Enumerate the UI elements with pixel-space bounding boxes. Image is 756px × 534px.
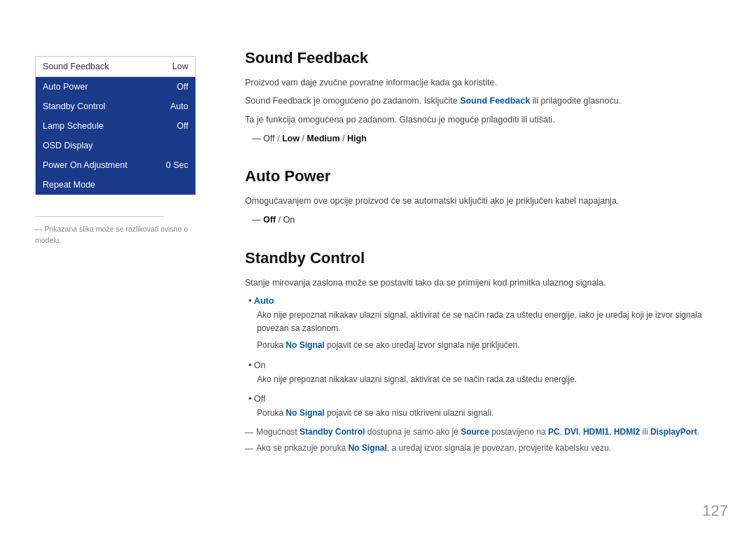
sf-bold-1: Sound Feedback (460, 96, 530, 106)
sc-auto-label: Auto (254, 296, 274, 306)
sf-option-list: Off / Low / Medium / High (252, 132, 721, 146)
sf-para-2: Sound Feedback je omogućeno po zadanom. … (245, 94, 721, 108)
sc-off-nosignal: No Signal (286, 408, 324, 418)
sc-bullet-off: Off Poruka No Signal pojavit će se ako n… (248, 392, 721, 420)
sc-note-dvi: DVI (564, 427, 578, 437)
sidebar-item-repeat-mode[interactable]: Repeat Mode (36, 175, 195, 195)
sc-bullet-on: On Ako nije prepoznat nikakav ulazni sig… (248, 358, 721, 386)
sc-note-2: ― Ako se prikazuje poruka No Signal, a u… (245, 442, 721, 455)
sidebar-item-sound-feedback-label: Sound Feedback (43, 62, 109, 71)
sidebar-item-power-on-adjustment[interactable]: Power On Adjustment 0 Sec (36, 155, 195, 175)
sc-bullet-auto: Auto Ako nije prepoznat nikakav ulazni s… (248, 294, 721, 353)
section-standby-control-title: Standby Control (245, 249, 721, 267)
sc-para-1: Stanje mirovanja zaslona može se postavi… (245, 276, 721, 290)
sidebar-separator (35, 216, 164, 217)
sf-para-2-text1: Sound Feedback je omogućeno po zadanom. … (245, 96, 460, 106)
sf-para-2-text2: ili prilagodite glasnoću. (530, 96, 621, 106)
sidebar-item-power-on-adjustment-value: 0 Sec (166, 160, 188, 170)
sc-on-label: On (254, 360, 266, 370)
section-standby-control: Standby Control Stanje mirovanja zaslona… (245, 249, 721, 456)
sf-option-off: Off / Low / Medium / High (252, 132, 721, 146)
sc-note-pc: PC (548, 427, 560, 437)
sc-note-displayport: DisplayPort (650, 427, 697, 437)
sc-off-sub: Poruka No Signal pojavit će se ako nisu … (257, 407, 721, 420)
section-auto-power-body: Omogućavanjem ove opcije proizvod će se … (245, 194, 721, 228)
sc-note-1-text: Mogućnost Standby Control dostupna je sa… (256, 426, 699, 438)
sc-on-sub1: Ako nije prepoznat nikakav ulazni signal… (257, 373, 721, 386)
sc-note-nosignal2: No Signal (348, 443, 386, 453)
sf-para-1: Proizvod vam daje zvučne povratne inform… (245, 76, 721, 90)
sc-off-label: Off (254, 394, 265, 404)
sc-note-1: ― Mogućnost Standby Control dostupna je … (245, 426, 721, 439)
sc-note-hdmi2: HDMI2 (614, 427, 640, 437)
sidebar-item-auto-power-label: Auto Power (43, 82, 88, 92)
sc-note-2-text: Ako se prikazuje poruka No Signal, a ure… (256, 442, 611, 454)
sf-opt-low-label: Low (282, 134, 300, 143)
ap-option-list: Off / On (252, 213, 721, 227)
sc-bullet-list: Auto Ako nije prepoznat nikakav ulazni s… (248, 294, 721, 421)
sc-auto-sub2: Poruka No Signal pojavit će se ako uređa… (257, 339, 721, 352)
sf-opt-sep1: / (277, 134, 282, 143)
sidebar-item-lamp-schedule-value: Off (177, 121, 188, 131)
sf-opt-off-label: Off (263, 134, 274, 143)
sidebar-item-auto-power[interactable]: Auto Power Off (36, 77, 195, 97)
sf-opt-high-label: High (347, 134, 367, 143)
page-container: Sound Feedback Low Auto Power Off Standb… (0, 0, 756, 534)
sidebar-item-auto-power-value: Off (177, 82, 188, 92)
section-sound-feedback-body: Proizvod vam daje zvučne povratne inform… (245, 76, 721, 146)
sidebar-item-sound-feedback[interactable]: Sound Feedback Low (36, 57, 195, 77)
sc-note-source-bold: Source (461, 427, 489, 437)
sidebar-item-lamp-schedule-label: Lamp Schedule (43, 121, 104, 131)
ap-para-1: Omogućavanjem ove opcije proizvod će se … (245, 194, 721, 209)
sc-auto-nosignal: No Signal (286, 340, 324, 350)
section-sound-feedback: Sound Feedback Proizvod vam daje zvučne … (245, 49, 721, 146)
sf-para-3: Ta je funkcija omogućena po zadanom. Gla… (245, 113, 721, 127)
sidebar: Sound Feedback Low Auto Power Off Standb… (0, 28, 217, 506)
sc-note-hdmi1: HDMI1 (583, 427, 609, 437)
ap-opt-off-label: Off (263, 215, 276, 225)
sidebar-item-power-on-adjustment-label: Power On Adjustment (43, 160, 127, 170)
sc-off-sub1: Poruka No Signal pojavit će se ako nisu … (257, 407, 721, 420)
page-number: 127 (702, 502, 728, 520)
sf-opt-sep3: / (342, 134, 347, 143)
sidebar-item-standby-control-label: Standby Control (43, 101, 106, 111)
section-sound-feedback-title: Sound Feedback (245, 49, 721, 67)
ap-option-off-on: Off / On (252, 213, 721, 227)
sidebar-item-osd-display[interactable]: OSD Display (36, 136, 195, 155)
sc-note-standby-bold: Standby Control (300, 427, 365, 437)
sc-on-sub: Ako nije prepoznat nikakav ulazni signal… (257, 373, 721, 386)
sidebar-note: ― Prikazana slika može se razlikovati ov… (35, 224, 196, 246)
sf-opt-medium-label: Medium (307, 134, 340, 143)
section-standby-control-body: Stanje mirovanja zaslona može se postavi… (245, 276, 721, 456)
sidebar-item-standby-control-value: Auto (170, 101, 188, 111)
sidebar-item-standby-control[interactable]: Standby Control Auto (36, 97, 195, 116)
sidebar-menu: Sound Feedback Low Auto Power Off Standb… (35, 56, 196, 195)
sidebar-item-sound-feedback-value: Low (172, 62, 188, 71)
section-auto-power: Auto Power Omogućavanjem ove opcije proi… (245, 167, 721, 228)
section-auto-power-title: Auto Power (245, 167, 721, 185)
sidebar-item-osd-display-label: OSD Display (43, 141, 93, 150)
sidebar-item-repeat-mode-label: Repeat Mode (43, 180, 95, 190)
sc-auto-sub1: Ako nije prepoznat nikakav ulazni signal… (257, 309, 721, 335)
ap-opt-on-label: On (283, 215, 295, 225)
sidebar-item-lamp-schedule[interactable]: Lamp Schedule Off (36, 116, 195, 136)
sc-auto-sub: Ako nije prepoznat nikakav ulazni signal… (257, 309, 721, 353)
main-content: Sound Feedback Proizvod vam daje zvučne … (217, 28, 756, 506)
